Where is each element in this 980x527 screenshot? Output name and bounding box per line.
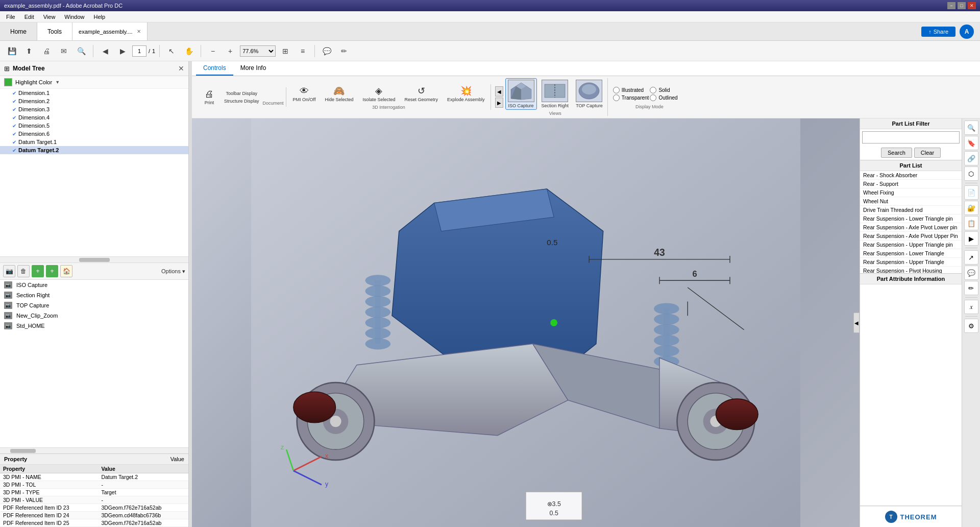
list-item[interactable]: Rear Suspension - Upper Triangle pin (860, 241, 962, 249)
tree-horizontal-scroll[interactable] (0, 256, 188, 262)
list-item[interactable]: Rear Suspension - Lower Triangle pin (860, 214, 962, 223)
table-row[interactable]: 3D PMI - NAMEDatum Target.2 (0, 473, 188, 481)
tree-camera-icon[interactable]: 📷 (3, 265, 15, 277)
tree-delete-icon[interactable]: 🗑 (17, 265, 30, 277)
list-item[interactable]: Wheel Nut (860, 197, 962, 206)
menu-edit[interactable]: Edit (20, 13, 38, 21)
part-list-area[interactable]: Rear - Shock AbsorberRear - SupportWheel… (860, 171, 962, 273)
zoom-in-button[interactable]: + (223, 43, 238, 59)
list-item[interactable]: Rear - Support (860, 180, 962, 188)
view-item-clip-zoom[interactable]: 📷 New_Clip_Zoom (0, 310, 188, 321)
pmi-onoff-button[interactable]: 👁 PMI On/Off (289, 84, 320, 104)
search-tool-button[interactable]: 🔍 (74, 43, 89, 59)
frt-link-button[interactable]: 🔗 (964, 151, 978, 165)
maximize-button[interactable]: □ (958, 2, 966, 9)
dm-solid[interactable]: Solid (650, 87, 686, 93)
frt-form-button[interactable]: 📋 (964, 216, 978, 230)
toolbar-display-button[interactable]: Toolbar Display (222, 90, 262, 97)
tree-item-dimension5[interactable]: ✔ Dimension.5 (0, 122, 188, 130)
view-section-right-button[interactable]: Section Right (539, 78, 572, 110)
menu-window[interactable]: Window (60, 13, 88, 21)
list-item[interactable]: Rear Suspension - Axle Pivot Upper Pin (860, 232, 962, 241)
table-row[interactable]: PDF Referenced Item ID 243DGeom.cd48fabc… (0, 512, 188, 519)
clear-button[interactable]: Clear (914, 148, 941, 158)
table-row[interactable]: 3D PMI - TYPETarget (0, 489, 188, 496)
part-list-filter-input[interactable] (862, 131, 960, 143)
menu-file[interactable]: File (2, 13, 19, 21)
dm-outlined[interactable]: Outlined (650, 94, 686, 101)
list-item[interactable]: Rear Suspension - Axle Pivot Lower pin (860, 223, 962, 232)
frt-3d-button[interactable]: ⬡ (964, 166, 978, 181)
table-row[interactable]: PDF Referenced Item ID 253DGeom.f762e716… (0, 519, 188, 527)
fit-page-button[interactable]: ⊞ (278, 43, 293, 59)
table-row[interactable]: 3D PMI - TOL- (0, 481, 188, 489)
zoom-out-button[interactable]: − (205, 43, 220, 59)
collapse-right-button[interactable]: ◀ (853, 313, 860, 333)
view-item-section-right[interactable]: 📷 Section Right (0, 290, 188, 300)
view-iso-capture-button[interactable]: ISO Capture (505, 78, 537, 110)
print-3d-button[interactable]: 🖨 Print (198, 87, 220, 107)
view-item-iso[interactable]: 📷 ISO Capture (0, 280, 188, 290)
tree-home-icon[interactable]: 🏠 (60, 265, 72, 277)
zoom-select[interactable]: 77.6% 50% 100% 150% (240, 45, 276, 57)
close-button[interactable]: ✕ (968, 2, 976, 9)
tab-close-icon[interactable]: ✕ (137, 29, 141, 34)
frt-highlight-button[interactable]: ✏ (964, 281, 978, 295)
minimize-button[interactable]: − (947, 2, 955, 9)
list-item[interactable]: Rear - Shock Absorber (860, 171, 962, 180)
email-button[interactable]: ✉ (56, 43, 71, 59)
forward-button[interactable]: ▶ (115, 43, 130, 59)
views-h-scroll[interactable] (0, 447, 188, 453)
properties-scroll[interactable]: Property Value 3D PMI - NAMEDatum Target… (0, 465, 188, 527)
view-top-capture-button[interactable]: TOP Capture (573, 78, 605, 110)
structure-display-button[interactable]: Structure Display (222, 98, 262, 105)
tab-document[interactable]: example_assembly.... ✕ (72, 22, 148, 40)
views-next-button[interactable]: ▶ (495, 98, 503, 108)
model-tree-close-icon[interactable]: ✕ (178, 64, 184, 73)
canvas-area[interactable]: 43 6 ⊗3.5 0.5 (192, 118, 860, 527)
tree-item-dimension6[interactable]: ✔ Dimension.6 (0, 130, 188, 138)
frt-search-button[interactable]: 🔍 (964, 121, 978, 135)
list-item[interactable]: Rear Suspension - Lower Triangle (860, 249, 962, 258)
print-button[interactable]: 🖨 (39, 43, 54, 59)
markup-button[interactable]: ✏ (336, 43, 352, 59)
page-number-input[interactable] (132, 45, 146, 57)
upload-button[interactable]: ⬆ (21, 43, 37, 59)
user-avatar[interactable]: A (960, 25, 974, 39)
isolate-selected-button[interactable]: ◈ Isolate Selected (359, 84, 399, 104)
dm-transparent[interactable]: Transparent (613, 94, 649, 101)
back-button[interactable]: ◀ (97, 43, 113, 59)
table-row[interactable]: PDF Referenced Item ID 233DGeom.f762e716… (0, 504, 188, 512)
frt-doc-button[interactable]: 📄 (964, 185, 978, 200)
tree-item-datum1[interactable]: ✔ Datum Target.1 (0, 138, 188, 146)
hide-selected-button[interactable]: 🙈 Hide Selected (321, 84, 357, 104)
select-tool-button[interactable]: ↖ (164, 43, 179, 59)
tree-item-dimension2[interactable]: ✔ Dimension.2 (0, 97, 188, 105)
highlight-color-box[interactable] (4, 78, 12, 86)
search-button[interactable]: Search (881, 148, 912, 158)
list-item[interactable]: Wheel Fixing (860, 188, 962, 197)
scroll-mode-button[interactable]: ≡ (295, 43, 310, 59)
reset-geometry-button[interactable]: ↺ Reset Geometry (401, 84, 442, 104)
views-prev-button[interactable]: ◀ (495, 86, 503, 97)
frt-math-button[interactable]: 𝑥 (964, 300, 978, 314)
frt-export-button[interactable]: ↗ (964, 250, 978, 265)
table-row[interactable]: 3D PMI - VALUE- (0, 496, 188, 504)
tab-more-info[interactable]: More Info (233, 61, 274, 76)
highlight-dropdown-arrow[interactable]: ▼ (55, 80, 60, 85)
tree-options-button[interactable]: Options ▾ (161, 268, 185, 275)
tree-item-dimension3[interactable]: ✔ Dimension.3 (0, 105, 188, 113)
list-item[interactable]: Rear Suspension - Pivot Housing (860, 267, 962, 273)
frt-bookmark-button[interactable]: 🔖 (964, 136, 978, 150)
view-item-std-home[interactable]: 📷 Std_HOME (0, 321, 188, 331)
tree-item-dimension4[interactable]: ✔ Dimension.4 (0, 113, 188, 122)
list-item[interactable]: Drive Train Threaded rod (860, 206, 962, 214)
menu-view[interactable]: View (39, 13, 60, 21)
hand-tool-button[interactable]: ✋ (181, 43, 197, 59)
frt-action-button[interactable]: ▶ (964, 231, 978, 246)
tab-home[interactable]: Home (0, 22, 37, 40)
save-button[interactable]: 💾 (4, 43, 19, 59)
explode-assembly-button[interactable]: 💥 Explode Assembly (444, 84, 488, 104)
tree-add2-icon[interactable]: + (46, 265, 58, 277)
dm-illustrated[interactable]: Illustrated (613, 87, 649, 93)
